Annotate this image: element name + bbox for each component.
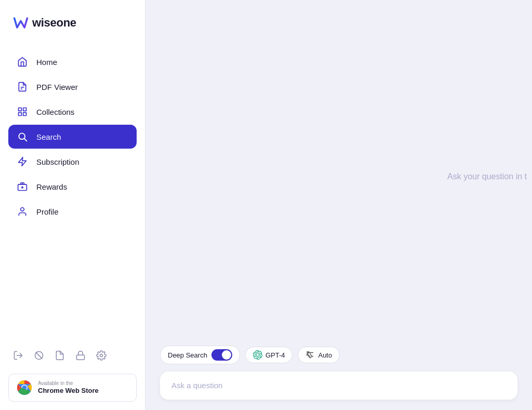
gpt4-label: GPT-4: [265, 351, 285, 359]
search-icon: [17, 131, 28, 142]
search-input[interactable]: [171, 381, 506, 390]
main-placeholder: Ask your question in t: [447, 172, 532, 181]
sidebar-item-home[interactable]: Home: [8, 50, 137, 74]
sidebar-item-subscription-label: Subscription: [36, 157, 79, 166]
sidebar-item-profile[interactable]: Profile: [8, 200, 137, 223]
sidebar-item-pdf-viewer[interactable]: PDF Viewer: [8, 75, 137, 99]
sidebar-nav: Home PDF Viewer: [0, 42, 145, 337]
chrome-store-badge[interactable]: Available in the Chrome Web Store: [8, 374, 137, 402]
sidebar-bottom: Available in the Chrome Web Store: [0, 337, 145, 410]
deep-search-switch[interactable]: [211, 349, 232, 361]
svg-rect-3: [23, 108, 26, 111]
sidebar-item-rewards-label: Rewards: [36, 182, 67, 191]
svg-text:A: A: [306, 353, 308, 356]
svg-marker-8: [19, 157, 26, 166]
logout-icon[interactable]: [12, 350, 24, 361]
sidebar-item-subscription[interactable]: Subscription: [8, 150, 137, 174]
auto-label: Auto: [318, 351, 332, 359]
svg-point-17: [100, 354, 103, 357]
sidebar: wiseone Home PDF Viewer: [0, 0, 145, 410]
collections-icon: [17, 106, 28, 117]
subscription-icon: [17, 156, 28, 167]
sidebar-item-collections-label: Collections: [36, 108, 74, 116]
chrome-icon: [16, 379, 33, 396]
chrome-store-name: Chrome Web Store: [38, 387, 99, 395]
svg-point-12: [21, 208, 24, 211]
search-controls: Deep Search GPT-4 A: [160, 346, 517, 364]
settings-icon[interactable]: [96, 350, 107, 361]
toggle-knob: [222, 350, 231, 360]
svg-line-7: [24, 139, 27, 141]
auto-badge[interactable]: A Auto: [298, 347, 340, 363]
file-icon[interactable]: [54, 350, 65, 361]
sidebar-item-rewards[interactable]: Rewards: [8, 175, 137, 199]
lock-icon[interactable]: [75, 350, 86, 361]
main-body: Ask your question in t Deep Search GPT-4: [145, 0, 532, 410]
svg-rect-4: [19, 113, 22, 116]
svg-rect-2: [19, 108, 22, 111]
svg-rect-5: [23, 113, 26, 116]
gpt4-badge[interactable]: GPT-4: [245, 347, 293, 363]
deep-search-toggle[interactable]: Deep Search: [160, 346, 240, 364]
deep-search-label: Deep Search: [168, 351, 207, 359]
rewards-icon: [17, 181, 28, 192]
translate-icon: A: [305, 350, 315, 360]
svg-line-15: [36, 352, 42, 359]
block-icon[interactable]: [33, 350, 45, 361]
svg-rect-16: [77, 355, 85, 360]
home-icon: [17, 56, 28, 68]
main-content: Ask your question in t Deep Search GPT-4: [145, 0, 532, 410]
bottom-icon-row: [8, 346, 137, 365]
chrome-store-text: Available in the Chrome Web Store: [38, 380, 99, 395]
sidebar-item-search[interactable]: Search: [8, 125, 137, 149]
chrome-store-available-label: Available in the: [38, 380, 99, 387]
logo-icon: [12, 15, 29, 31]
sidebar-item-profile-label: Profile: [36, 207, 59, 216]
profile-icon: [17, 206, 28, 217]
sidebar-item-search-label: Search: [36, 133, 61, 141]
sidebar-item-collections[interactable]: Collections: [8, 100, 137, 124]
app-logo: wiseone: [0, 0, 145, 42]
app-name: wiseone: [32, 16, 76, 30]
search-input-bar: [160, 372, 517, 400]
sidebar-item-home-label: Home: [36, 58, 57, 67]
openai-icon: [253, 350, 262, 360]
sidebar-item-pdf-label: PDF Viewer: [36, 83, 78, 91]
pdf-icon: [17, 81, 28, 92]
